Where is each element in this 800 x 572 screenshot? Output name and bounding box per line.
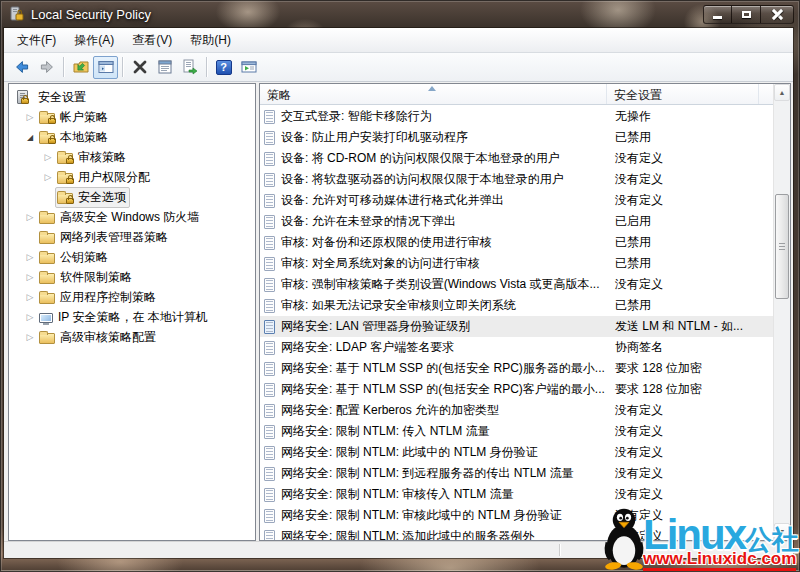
table-row[interactable]: 审核: 如果无法记录安全审核则立即关闭系统 已禁用 — [260, 295, 773, 316]
main-content: 安全设置 帐户策略 — [8, 83, 791, 541]
tree-item[interactable]: 安全选项 — [9, 187, 255, 207]
tree-node: 高级安全 Windows 防火墙 — [37, 207, 203, 228]
table-row[interactable]: 网络安全: LAN 管理器身份验证级别 发送 LM 和 NTLM - 如... — [260, 316, 773, 337]
show-console-tree-button[interactable] — [93, 56, 118, 79]
menu-item[interactable]: 帮助(H) — [181, 29, 240, 52]
lock-icon — [48, 118, 56, 124]
forward-button[interactable] — [34, 56, 59, 79]
table-row[interactable]: 网络安全: 限制 NTLM: 此域中的 NTLM 身份验证 没有定义 — [260, 442, 773, 463]
export-policy-button[interactable] — [68, 56, 93, 79]
policy-cell: 网络安全: 限制 NTLM: 审核此域中的 NTLM 身份验证 — [281, 507, 607, 524]
close-button[interactable] — [761, 5, 794, 24]
tree-item[interactable]: 应用程序控制策略 — [9, 287, 255, 307]
tree-node: 高级审核策略配置 — [37, 327, 160, 348]
tree-item-label: 用户权限分配 — [78, 169, 150, 186]
help-button[interactable]: ? — [211, 56, 236, 79]
setting-cell: 要求 128 位加密 — [607, 360, 702, 377]
tree-expander-icon[interactable] — [23, 313, 37, 322]
app-lock-icon — [9, 6, 25, 22]
tree-expander-icon[interactable] — [41, 153, 55, 162]
menu-item[interactable]: 文件(F) — [8, 29, 65, 52]
setting-cell: 没有定义 — [607, 465, 663, 482]
delete-button[interactable] — [127, 56, 152, 79]
tree-node: IP 安全策略，在 本地计算机 — [37, 307, 212, 328]
tree-item-icon — [39, 233, 55, 244]
properties-button[interactable] — [152, 56, 177, 79]
back-icon — [14, 59, 30, 75]
lock-icon — [66, 178, 74, 184]
table-row[interactable]: 审核: 对全局系统对象的访问进行审核 已禁用 — [260, 253, 773, 274]
setting-cell: 发送 LM 和 NTLM - 如... — [607, 318, 743, 335]
policy-document-icon — [264, 467, 275, 481]
setting-cell: 已禁用 — [607, 234, 651, 251]
menu-item[interactable]: 查看(V) — [123, 29, 181, 52]
tree-item[interactable]: 安全设置 — [9, 87, 255, 107]
tree-item-icon — [57, 193, 73, 204]
policy-document-icon — [264, 509, 275, 523]
column-header-policy[interactable]: 策略 — [260, 84, 607, 104]
tree-item[interactable]: 公钥策略 — [9, 247, 255, 267]
menu-item[interactable]: 操作(A) — [65, 29, 123, 52]
tree-item-label: 本地策略 — [60, 129, 108, 146]
scrollbar-thumb[interactable] — [775, 194, 789, 299]
tree-expander-icon[interactable] — [41, 173, 55, 182]
table-row[interactable]: 网络安全: 基于 NTLM SSP 的(包括安全 RPC)客户端的最小... 要… — [260, 379, 773, 400]
lock-icon — [48, 138, 56, 144]
policy-list-pane: 策略 安全设置 交互式登录: 智能卡移除行为 无操作 — [259, 83, 791, 541]
tree-item[interactable]: 高级审核策略配置 — [9, 327, 255, 347]
back-button[interactable] — [9, 56, 34, 79]
tree-expander-icon[interactable] — [23, 333, 37, 342]
policy-document-icon — [264, 488, 275, 502]
tree-node: 审核策略 — [55, 147, 130, 168]
tree-item[interactable]: 本地策略 — [9, 127, 255, 147]
table-row[interactable]: 设备: 将软盘驱动器的访问权限仅限于本地登录的用户 没有定义 — [260, 169, 773, 190]
tree-expander-icon[interactable] — [23, 133, 37, 142]
setting-cell: 已禁用 — [607, 255, 651, 272]
tree-item[interactable]: IP 安全策略，在 本地计算机 — [9, 307, 255, 327]
table-row[interactable]: 设备: 防止用户安装打印机驱动程序 已禁用 — [260, 127, 773, 148]
tree-expander-icon[interactable] — [23, 113, 37, 122]
policy-cell: 网络安全: LDAP 客户端签名要求 — [281, 339, 607, 356]
new-window-button[interactable] — [236, 56, 261, 79]
tree-expander-icon[interactable] — [23, 213, 37, 222]
tree-item[interactable]: 软件限制策略 — [9, 267, 255, 287]
tree-item[interactable]: 用户权限分配 — [9, 167, 255, 187]
table-row[interactable]: 交互式登录: 智能卡移除行为 无操作 — [260, 106, 773, 127]
tree-item[interactable]: 网络列表管理器策略 — [9, 227, 255, 247]
table-row[interactable]: 网络安全: 限制 NTLM: 到远程服务器的传出 NTLM 流量 没有定义 — [260, 463, 773, 484]
title-bar[interactable]: Local Security Policy — [0, 0, 800, 28]
policy-document-icon — [264, 341, 275, 355]
tree-item-label: 审核策略 — [78, 149, 126, 166]
table-row[interactable]: 审核: 强制审核策略子类别设置(Windows Vista 或更高版本... 没… — [260, 274, 773, 295]
tree-node: 安全选项 — [55, 187, 130, 208]
maximize-button[interactable] — [732, 5, 761, 24]
table-row[interactable]: 设备: 将 CD-ROM 的访问权限仅限于本地登录的用户 没有定义 — [260, 148, 773, 169]
table-row[interactable]: 网络安全: LDAP 客户端签名要求 协商签名 — [260, 337, 773, 358]
table-row[interactable]: 设备: 允许对可移动媒体进行格式化并弹出 没有定义 — [260, 190, 773, 211]
sort-ascending-icon — [428, 86, 436, 91]
vertical-scrollbar[interactable] — [773, 84, 790, 540]
lock-icon — [66, 198, 74, 204]
scroll-up-button[interactable] — [774, 84, 790, 101]
column-header-setting[interactable]: 安全设置 — [607, 84, 759, 104]
policy-document-icon — [264, 131, 275, 145]
tree-expander-icon[interactable] — [23, 293, 37, 302]
export-list-button[interactable] — [177, 56, 202, 79]
minimize-button[interactable] — [703, 5, 732, 24]
table-row[interactable]: 审核: 对备份和还原权限的使用进行审核 已禁用 — [260, 232, 773, 253]
table-row[interactable]: 网络安全: 配置 Kerberos 允许的加密类型 没有定义 — [260, 400, 773, 421]
tree-expander-icon[interactable] — [23, 273, 37, 282]
tree-item[interactable]: 高级安全 Windows 防火墙 — [9, 207, 255, 227]
policy-document-icon — [264, 152, 275, 166]
policy-document-icon — [264, 215, 275, 229]
table-row[interactable]: 网络安全: 限制 NTLM: 传入 NTLM 流量 没有定义 — [260, 421, 773, 442]
tree-expander-icon[interactable] — [23, 253, 37, 262]
table-row[interactable]: 设备: 允许在未登录的情况下弹出 已启用 — [260, 211, 773, 232]
setting-cell: 没有定义 — [607, 486, 663, 503]
tree-item[interactable]: 审核策略 — [9, 147, 255, 167]
tree-item[interactable]: 帐户策略 — [9, 107, 255, 127]
table-row[interactable]: 网络安全: 基于 NTLM SSP 的(包括安全 RPC)服务器的最小... 要… — [260, 358, 773, 379]
table-row[interactable]: 网络安全: 限制 NTLM: 审核传入 NTLM 流量 没有定义 — [260, 484, 773, 505]
setting-cell: 没有定义 — [607, 171, 663, 188]
local-security-policy-window: Local Security Policy 文件(F) 操作(A) 查看(V) … — [0, 0, 800, 572]
